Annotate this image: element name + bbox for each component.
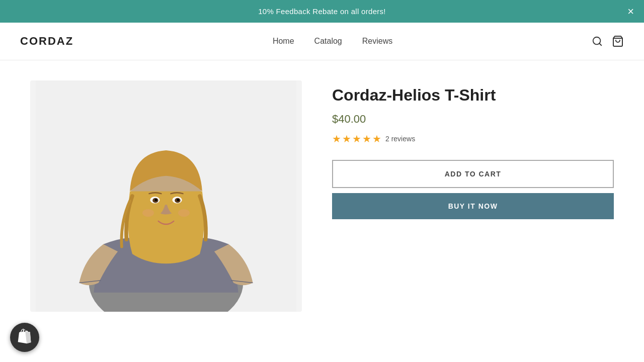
- announcement-close-button[interactable]: ×: [627, 6, 634, 17]
- svg-point-13: [154, 199, 157, 201]
- product-page: Cordaz-Helios T-Shirt $40.00 ★ ★ ★ ★ ★ 2…: [0, 60, 644, 332]
- shopify-icon: [16, 329, 33, 332]
- cart-button[interactable]: [612, 35, 624, 47]
- add-to-cart-button[interactable]: ADD TO CART: [332, 160, 614, 188]
- star-1: ★: [332, 133, 341, 145]
- product-details: Cordaz-Helios T-Shirt $40.00 ★ ★ ★ ★ ★ 2…: [332, 80, 614, 312]
- buy-now-button[interactable]: BUY IT NOW: [332, 193, 614, 219]
- product-price: $40.00: [332, 113, 614, 126]
- search-button[interactable]: [592, 36, 603, 47]
- review-count[interactable]: 2 reviews: [385, 135, 415, 143]
- star-2: ★: [342, 133, 351, 145]
- svg-point-15: [142, 209, 154, 217]
- product-title: Cordaz-Helios T-Shirt: [332, 85, 614, 105]
- main-nav: Home Catalog Reviews: [273, 37, 392, 46]
- nav-home[interactable]: Home: [273, 37, 294, 45]
- star-5: ★: [372, 133, 381, 145]
- cart-icon: [612, 35, 624, 47]
- svg-point-14: [177, 199, 180, 201]
- logo[interactable]: CORDAZ: [20, 35, 73, 48]
- svg-point-16: [178, 209, 190, 217]
- nav-catalog[interactable]: Catalog: [314, 37, 342, 45]
- star-rating: ★ ★ ★ ★ ★: [332, 133, 381, 145]
- product-image-container: [30, 80, 302, 312]
- announcement-bar: 10% Feedback Rebate on all orders! ×: [0, 0, 644, 23]
- announcement-text: 10% Feedback Rebate on all orders!: [258, 7, 386, 16]
- product-rating: ★ ★ ★ ★ ★ 2 reviews: [332, 133, 614, 145]
- header-icons: [592, 35, 624, 47]
- search-icon: [592, 36, 603, 47]
- star-3: ★: [352, 133, 361, 145]
- nav-reviews[interactable]: Reviews: [362, 37, 392, 45]
- product-image: [30, 80, 302, 312]
- svg-line-1: [599, 43, 601, 45]
- star-4: ★: [362, 133, 371, 145]
- header: CORDAZ Home Catalog Reviews: [0, 23, 644, 60]
